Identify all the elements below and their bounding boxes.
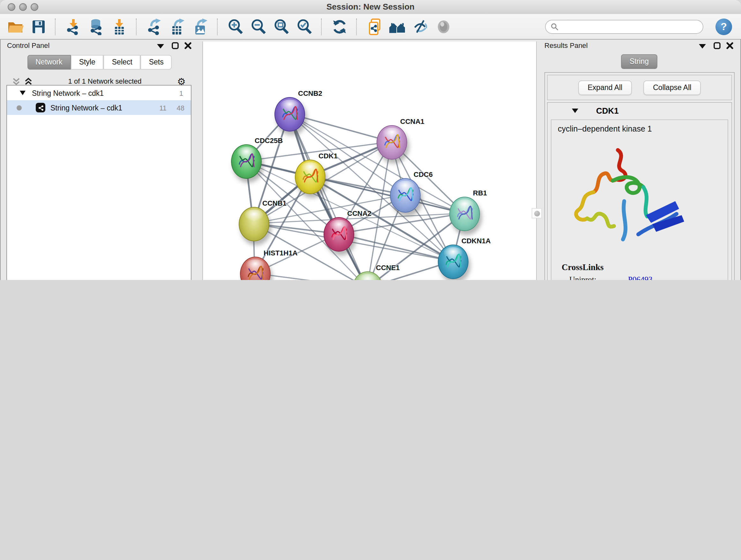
network-tree: String Network – cdk1 1 String Network –…: [6, 85, 192, 280]
node-structure-thumbnail: [358, 278, 377, 280]
panel-close-icon[interactable]: [726, 42, 733, 49]
control-panel: Control Panel NetworkStyleSelectSets 1 o…: [2, 41, 197, 280]
expand-all-button[interactable]: Expand All: [578, 80, 632, 95]
control-panel-title: Control Panel: [7, 42, 50, 49]
node-structure-thumbnail: [396, 185, 415, 204]
network-edge-count: 48: [177, 104, 185, 111]
network-collection-count: 1: [179, 89, 183, 97]
import-network-database-icon[interactable]: [87, 18, 105, 35]
zoom-in-icon[interactable]: [226, 18, 244, 35]
network-node-cdc25b[interactable]: [231, 144, 262, 179]
panel-float-icon[interactable]: [714, 42, 721, 49]
toolbar-separator: [321, 18, 322, 35]
tab-style[interactable]: Style: [71, 55, 104, 70]
toolbar-separator: [55, 18, 56, 35]
node-structure-thumbnail: [382, 132, 401, 151]
crosslink-link[interactable]: P06493: [628, 275, 652, 280]
node-structure-thumbnail: [246, 264, 265, 280]
open-session-icon[interactable]: [6, 18, 23, 35]
network-node-ccna2[interactable]: [324, 217, 354, 252]
import-table-icon[interactable]: [111, 18, 128, 35]
node-structure-thumbnail: [237, 151, 256, 171]
node-label-hist1h1a: HIST1H1A: [264, 249, 297, 257]
collapse-all-tree-icon[interactable]: [12, 77, 20, 85]
network-row[interactable]: String Network – cdk1 11 48: [7, 100, 191, 115]
node-structure-thumbnail: [329, 224, 348, 243]
export-network-icon[interactable]: [145, 18, 163, 35]
node-label-cdc25b: CDC25B: [255, 137, 283, 144]
tab-sets[interactable]: Sets: [141, 55, 172, 70]
node-label-ccnb2: CCNB2: [298, 89, 322, 97]
title-bar: Session: New Session: [0, 0, 741, 15]
tab-network[interactable]: Network: [27, 55, 71, 70]
save-session-icon[interactable]: [29, 18, 47, 35]
node-label-rb1: RB1: [473, 189, 487, 197]
window-title: Session: New Session: [0, 2, 741, 11]
node-entry-header[interactable]: CDK1: [548, 103, 731, 118]
refresh-icon[interactable]: [331, 18, 348, 35]
node-label-ccna2: CCNA2: [347, 209, 372, 217]
application-window: Session: New Session: [0, 0, 741, 280]
results-panel: Results Panel String Expand All Collapse…: [539, 41, 739, 280]
tab-select[interactable]: Select: [104, 55, 141, 70]
crosslinks-title: CrossLinks: [562, 262, 728, 273]
string-results-box: Expand All Collapse All CDK1 cyclin–depe…: [544, 72, 735, 280]
panel-menu-icon[interactable]: [699, 44, 706, 49]
network-collection-row[interactable]: String Network – cdk1 1: [7, 85, 191, 100]
node-entry: CDK1 cyclin–dependent kinase 1: [547, 102, 732, 280]
node-label-ccna1: CCNA1: [400, 118, 424, 125]
search-field[interactable]: [545, 19, 703, 34]
network-node-cdkn1a[interactable]: [438, 245, 468, 279]
expand-all-tree-icon[interactable]: [24, 77, 32, 85]
node-description: cyclin–dependent kinase 1: [558, 125, 728, 133]
search-input[interactable]: [562, 22, 697, 31]
network-state-dot: [17, 105, 22, 110]
crosslink-row: Uniprot:P06493: [569, 275, 728, 280]
search-icon: [551, 23, 558, 30]
collapse-all-button[interactable]: Collapse All: [643, 80, 701, 95]
toolbar-separator: [217, 18, 218, 35]
control-panel-tabs: NetworkStyleSelectSets: [2, 55, 197, 70]
node-entry-body: cyclin–dependent kinase 1: [551, 119, 728, 280]
node-label-ccnb1: CCNB1: [262, 199, 286, 207]
panel-menu-icon[interactable]: [157, 44, 164, 49]
crosslinks-list: Uniprot:P06493GeneCard:P06493Compartment…: [551, 275, 728, 280]
node-label-cdc6: CDC6: [414, 171, 433, 178]
network-label: String Network – cdk1: [51, 104, 122, 111]
toolbar-separator: [356, 18, 357, 35]
help-icon[interactable]: ?: [716, 18, 732, 35]
network-edge[interactable]: [289, 114, 367, 280]
node-label-cdk1: CDK1: [319, 152, 338, 160]
network-node-cdk1[interactable]: [295, 160, 326, 194]
node-structure-thumbnail: [444, 252, 463, 271]
toolbar-separator: [136, 18, 137, 35]
show-all-icon[interactable]: [434, 18, 452, 35]
panel-close-icon[interactable]: [185, 42, 192, 49]
results-panel-title: Results Panel: [544, 42, 588, 49]
panel-float-icon[interactable]: [172, 42, 179, 49]
import-network-file-icon[interactable]: [64, 18, 82, 35]
network-options-gear-icon[interactable]: ⚙: [177, 76, 186, 86]
network-node-ccnb1[interactable]: [239, 207, 269, 241]
export-table-icon[interactable]: [169, 18, 186, 35]
network-node-rb1[interactable]: [449, 197, 480, 231]
export-image-icon[interactable]: [192, 18, 209, 35]
network-node-cdc6[interactable]: [390, 178, 421, 212]
zoom-fit-icon[interactable]: [273, 18, 290, 35]
node-structure-thumbnail: [280, 104, 299, 123]
crosslink-label: Uniprot:: [569, 275, 628, 280]
tab-string[interactable]: String: [621, 54, 657, 69]
network-node-ccna1[interactable]: [377, 125, 407, 160]
network-type-icon: [36, 103, 45, 112]
network-node-ccnb2[interactable]: [274, 97, 305, 132]
zoom-selected-icon[interactable]: [295, 18, 313, 35]
node-entry-name: CDK1: [596, 106, 619, 115]
hide-selected-icon[interactable]: [412, 18, 429, 35]
home-icon[interactable]: [389, 18, 406, 35]
zoom-out-icon[interactable]: [250, 18, 267, 35]
node-gloss: [245, 209, 264, 221]
node-label-ccne1: CCNE1: [376, 264, 400, 271]
network-canvas[interactable]: CCNB2CCNA1CDC25BCDK1CDC6RB1CCNB1CCNA2CDK…: [202, 42, 537, 280]
string-document-icon[interactable]: [366, 18, 383, 35]
network-selection-summary: 1 of 1 Network selected: [32, 77, 177, 85]
